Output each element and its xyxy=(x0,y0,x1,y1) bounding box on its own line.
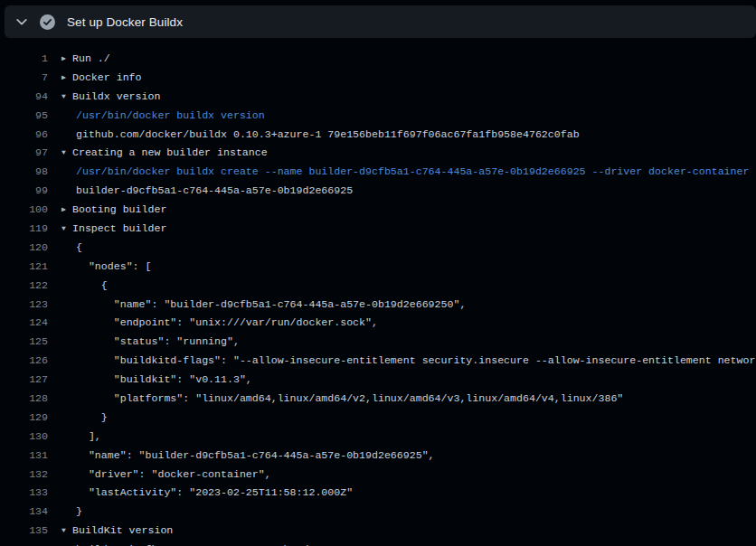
log-group-row[interactable]: 119▼Inspect builder xyxy=(0,220,756,239)
log-group-row[interactable]: 94▼Buildx version xyxy=(0,88,756,107)
log-text: Docker info xyxy=(72,69,756,88)
line-number[interactable]: 96 xyxy=(0,126,48,145)
group-collapsed-icon: ▶ xyxy=(61,50,72,69)
log-text: Buildx version xyxy=(72,88,756,107)
log-text: "nodes": [ xyxy=(76,258,756,277)
line-number[interactable]: 126 xyxy=(0,352,48,371)
log-row: 122 { xyxy=(0,277,756,296)
log-text: Run ./ xyxy=(72,50,756,69)
indent-spacer xyxy=(61,126,76,145)
log-text: builder-d9cfb5a1-c764-445a-a57e-0b19d2e6… xyxy=(76,182,756,201)
log-row: 98/usr/bin/docker buildx create --name b… xyxy=(0,163,756,182)
log-group-row[interactable]: 100▶Booting builder xyxy=(0,201,756,220)
log-group-row[interactable]: 97▼Creating a new builder instance xyxy=(0,144,756,163)
line-number[interactable]: 120 xyxy=(0,239,48,258)
chevron-down-icon[interactable] xyxy=(14,14,29,29)
line-number[interactable]: 134 xyxy=(0,503,48,522)
log-text: } xyxy=(76,409,756,428)
log-row: 133 "lastActivity": "2023-02-25T11:58:12… xyxy=(0,484,756,503)
log-row: 128 "platforms": "linux/amd64,linux/amd6… xyxy=(0,390,756,409)
log-text: { xyxy=(76,239,756,258)
log-container: 1▶Run ./7▶Docker info94▼Buildx version95… xyxy=(0,38,756,546)
group-expanded-icon: ▼ xyxy=(61,522,72,541)
check-circle-icon xyxy=(40,14,55,30)
step-title: Set up Docker Buildx xyxy=(67,15,183,29)
indent-spacer xyxy=(61,503,76,522)
group-expanded-icon: ▼ xyxy=(61,220,72,239)
log-row: 95/usr/bin/docker buildx version xyxy=(0,107,756,126)
indent-spacer xyxy=(61,296,76,315)
log-text: "driver": "docker-container", xyxy=(76,466,756,485)
indent-spacer xyxy=(61,277,76,296)
line-number[interactable]: 130 xyxy=(0,428,48,447)
log-text: "platforms": "linux/amd64,linux/amd64/v2… xyxy=(76,390,756,409)
group-expanded-icon: ▼ xyxy=(61,144,72,163)
log-text: BuildKit version xyxy=(72,522,756,541)
group-expanded-icon: ▼ xyxy=(61,88,72,107)
indent-spacer xyxy=(61,371,76,390)
indent-spacer xyxy=(61,333,76,352)
indent-spacer xyxy=(61,428,76,447)
log-text: Creating a new builder instance xyxy=(72,144,756,163)
log-row: 131 "name": "builder-d9cfb5a1-c764-445a-… xyxy=(0,447,756,466)
log-text: github.com/docker/buildx 0.10.3+azure-1 … xyxy=(76,126,756,145)
indent-spacer xyxy=(61,541,76,546)
indent-spacer xyxy=(61,107,76,126)
log-text: { xyxy=(76,277,756,296)
log-text: "endpoint": "unix:///var/run/docker.sock… xyxy=(76,314,756,333)
indent-spacer xyxy=(61,409,76,428)
log-group-row[interactable]: 7▶Docker info xyxy=(0,69,756,88)
indent-spacer xyxy=(61,466,76,485)
indent-spacer xyxy=(61,484,76,503)
log-row: 124 "endpoint": "unix:///var/run/docker.… xyxy=(0,314,756,333)
line-number[interactable]: 124 xyxy=(0,314,48,333)
log-text: "buildkit": "v0.11.3", xyxy=(76,371,756,390)
log-lines: 1▶Run ./7▶Docker info94▼Buildx version95… xyxy=(0,50,756,546)
line-number[interactable]: 119 xyxy=(0,220,48,239)
line-number[interactable]: 135 xyxy=(0,522,48,541)
line-number[interactable]: 121 xyxy=(0,258,48,277)
log-row: 121 "nodes": [ xyxy=(0,258,756,277)
line-number[interactable]: 98 xyxy=(0,163,48,182)
step-header[interactable]: Set up Docker Buildx xyxy=(5,5,756,38)
line-number[interactable]: 136 xyxy=(0,541,48,546)
line-number[interactable]: 94 xyxy=(0,88,48,107)
line-number[interactable]: 100 xyxy=(0,201,48,220)
indent-spacer xyxy=(61,163,76,182)
group-collapsed-icon: ▶ xyxy=(61,201,72,220)
log-row: 126 "buildkitd-flags": "--allow-insecure… xyxy=(0,352,756,371)
line-number[interactable]: 127 xyxy=(0,371,48,390)
log-row: 136builder-d9cfb5a1-c764-445a-a57e-0b19d… xyxy=(0,541,756,546)
log-text: /usr/bin/docker buildx create --name bui… xyxy=(76,163,756,182)
line-number[interactable]: 125 xyxy=(0,333,48,352)
line-number[interactable]: 7 xyxy=(0,69,48,88)
indent-spacer xyxy=(61,314,76,333)
line-number[interactable]: 122 xyxy=(0,277,48,296)
line-number[interactable]: 97 xyxy=(0,144,48,163)
indent-spacer xyxy=(61,182,76,201)
line-number[interactable]: 123 xyxy=(0,296,48,315)
log-text: /usr/bin/docker buildx version xyxy=(76,107,756,126)
line-number[interactable]: 99 xyxy=(0,182,48,201)
log-row: 125 "status": "running", xyxy=(0,333,756,352)
log-group-row[interactable]: 135▼BuildKit version xyxy=(0,522,756,541)
line-number[interactable]: 132 xyxy=(0,466,48,485)
line-number[interactable]: 131 xyxy=(0,447,48,466)
log-text: ], xyxy=(76,428,756,447)
log-text: builder-d9cfb5a1-c764-445a-a57e-0b19d2e6… xyxy=(76,541,756,546)
line-number[interactable]: 128 xyxy=(0,390,48,409)
line-number[interactable]: 133 xyxy=(0,484,48,503)
indent-spacer xyxy=(61,352,76,371)
line-number[interactable]: 129 xyxy=(0,409,48,428)
line-number[interactable]: 1 xyxy=(0,50,48,69)
log-text: } xyxy=(76,503,756,522)
log-text: "name": "builder-d9cfb5a1-c764-445a-a57e… xyxy=(76,296,756,315)
log-group-row[interactable]: 1▶Run ./ xyxy=(0,50,756,69)
line-number[interactable]: 95 xyxy=(0,107,48,126)
log-text: Booting builder xyxy=(72,201,756,220)
log-row: 129 } xyxy=(0,409,756,428)
log-row: 130 ], xyxy=(0,428,756,447)
indent-spacer xyxy=(61,258,76,277)
log-row: 134} xyxy=(0,503,756,522)
log-row: 120{ xyxy=(0,239,756,258)
